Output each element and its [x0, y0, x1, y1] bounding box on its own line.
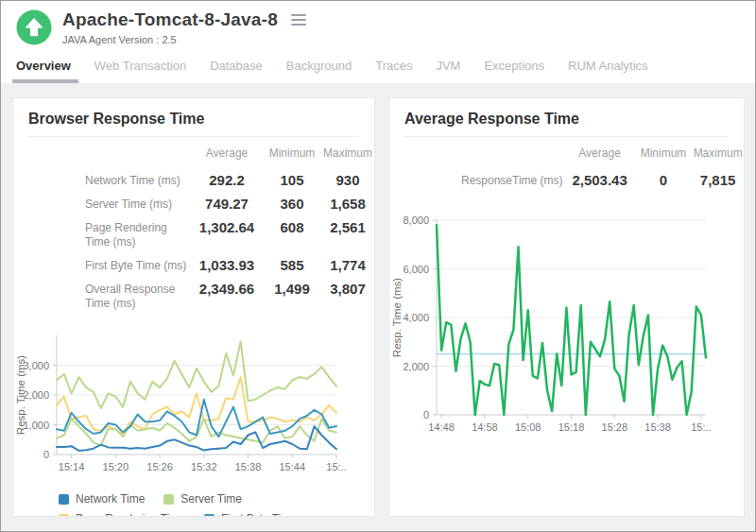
tab-database[interactable]: Database	[210, 51, 263, 83]
row-label: Server Time (ms)	[28, 194, 191, 217]
table-row: ResponseTime (ms) 2,503.43 0 7,815	[404, 170, 744, 194]
legend-swatch	[59, 494, 69, 505]
table-row: Overall Response Time (ms) 2,349.66 1,49…	[28, 279, 374, 317]
cell-average: 749.27	[191, 194, 263, 217]
legend-item-first-byte-time[interactable]: First Byte Time	[204, 512, 297, 517]
legend-item-server-time[interactable]: Server Time	[163, 492, 242, 506]
svg-text:15:38: 15:38	[644, 421, 671, 433]
svg-text:15:..: 15:..	[326, 461, 346, 472]
cell-minimum: 0	[635, 170, 693, 194]
dashboard-content: Browser Response Time . Average Minimum …	[1, 83, 755, 531]
svg-text:Resp. Time (ms): Resp. Time (ms)	[391, 278, 403, 358]
cell-minimum: 105	[263, 170, 321, 194]
tab-overview[interactable]: Overview	[16, 51, 71, 83]
svg-text:15:20: 15:20	[103, 461, 129, 472]
svg-text:15:32: 15:32	[191, 461, 217, 472]
monitor-status-up-icon	[16, 9, 52, 45]
svg-text:3,000: 3,000	[23, 360, 49, 371]
svg-text:15:26: 15:26	[146, 461, 173, 472]
row-label: Overall Response Time (ms)	[28, 279, 191, 317]
panel-title: Browser Response Time	[13, 98, 374, 136]
svg-text:0: 0	[423, 409, 429, 420]
table-header-row: . Average Minimum Maximum	[28, 146, 374, 170]
panel-average-response-time: Average Response Time . Average Minimum …	[388, 97, 745, 517]
cell-average: 292.2	[191, 170, 263, 194]
cell-minimum: 608	[263, 217, 321, 241]
column-header-average: Average	[564, 146, 634, 165]
svg-text:0: 0	[43, 449, 49, 460]
cell-average: 1,033.93	[191, 255, 263, 279]
legend-label: Page Rendering Time	[76, 512, 185, 517]
monitor-header: Apache-Tomcat-8-Java-8 JAVA Agent Versio…	[1, 1, 755, 45]
svg-text:8,000: 8,000	[403, 215, 429, 226]
line-chart: 02,0004,0006,0008,00014:4814:5815:0815:1…	[389, 207, 715, 445]
svg-text:15:28: 15:28	[602, 421, 628, 433]
svg-text:4,000: 4,000	[403, 312, 429, 323]
browser-response-chart: 01,0002,0003,00015:1415:2015:2615:3215:3…	[13, 324, 374, 487]
row-label: Page Rendering Time (ms)	[28, 217, 191, 255]
svg-text:15:44: 15:44	[279, 461, 305, 472]
svg-text:14:58: 14:58	[472, 421, 498, 433]
svg-text:15:..: 15:..	[691, 421, 711, 433]
cell-maximum: 930	[321, 170, 374, 194]
svg-text:15:18: 15:18	[558, 421, 585, 433]
cell-maximum: 1,774	[321, 255, 374, 279]
page: Apache-Tomcat-8-Java-8 JAVA Agent Versio…	[0, 0, 756, 532]
table-row: Server Time (ms) 749.27 360 1,658	[28, 194, 374, 217]
svg-text:2,000: 2,000	[403, 361, 429, 372]
table-row: Network Time (ms) 292.2 105 930	[28, 170, 374, 194]
svg-text:14:48: 14:48	[428, 421, 455, 433]
cell-maximum: 2,561	[321, 217, 374, 241]
tab-rum-analytics[interactable]: RUM Analytics	[568, 51, 648, 83]
legend-label: First Byte Time	[221, 512, 297, 517]
svg-text:15:14: 15:14	[59, 461, 85, 472]
column-header-average: Average	[191, 146, 263, 165]
panel-browser-response-time: Browser Response Time . Average Minimum …	[12, 97, 375, 517]
chart-legend: Network Time Server Time Page Rendering …	[59, 492, 374, 517]
row-label: Network Time (ms)	[28, 170, 191, 194]
legend-swatch	[204, 514, 215, 518]
average-response-stats-table: . Average Minimum Maximum ResponseTime (…	[389, 137, 744, 194]
legend-item-page-rendering-time[interactable]: Page Rendering Time	[59, 512, 185, 517]
table-row: Page Rendering Time (ms) 1,302.64 608 2,…	[28, 217, 374, 255]
panel-title: Average Response Time	[389, 98, 744, 136]
cell-minimum: 360	[263, 194, 321, 217]
legend-item-network-time[interactable]: Network Time	[59, 492, 145, 506]
cell-maximum: 3,807	[321, 279, 374, 302]
agent-version-label: JAVA Agent Version : 2.5	[62, 34, 308, 45]
row-label: First Byte Time (ms)	[28, 255, 191, 279]
cell-average: 2,503.43	[564, 170, 634, 194]
tab-background[interactable]: Background	[286, 51, 352, 83]
cell-maximum: 7,815	[692, 170, 744, 194]
cell-average: 2,349.66	[191, 279, 263, 302]
tab-bar: Overview Web Transaction Database Backgr…	[1, 51, 755, 83]
legend-swatch	[163, 494, 174, 505]
legend-swatch	[59, 514, 69, 518]
average-response-chart: 02,0004,0006,0008,00014:4814:5815:0815:1…	[389, 207, 744, 449]
page-title: Apache-Tomcat-8-Java-8	[62, 9, 278, 30]
column-header-minimum: Minimum	[635, 146, 693, 165]
tab-exceptions[interactable]: Exceptions	[484, 51, 544, 83]
cell-average: 1,302.64	[191, 217, 263, 241]
cell-maximum: 1,658	[321, 194, 374, 217]
row-label: ResponseTime (ms)	[404, 170, 564, 194]
svg-text:15:38: 15:38	[235, 461, 262, 472]
svg-text:1,000: 1,000	[23, 420, 49, 431]
legend-label: Network Time	[76, 492, 145, 506]
tab-jvm[interactable]: JVM	[436, 51, 460, 83]
tab-traces[interactable]: Traces	[375, 51, 412, 83]
cell-minimum: 1,499	[263, 279, 321, 302]
column-header-minimum: Minimum	[263, 146, 321, 165]
column-header-maximum: Maximum	[692, 146, 744, 165]
svg-text:2,000: 2,000	[23, 389, 49, 401]
svg-text:6,000: 6,000	[403, 264, 429, 275]
tab-web-transaction[interactable]: Web Transaction	[94, 51, 186, 83]
table-header-row: . Average Minimum Maximum	[404, 146, 744, 170]
cell-minimum: 585	[263, 255, 321, 279]
svg-text:Resp. Time (ms): Resp. Time (ms)	[15, 355, 26, 436]
browser-response-stats-table: . Average Minimum Maximum Network Time (…	[13, 137, 374, 317]
legend-label: Server Time	[180, 492, 242, 506]
hamburger-menu-icon[interactable]	[289, 9, 308, 30]
table-row: First Byte Time (ms) 1,033.93 585 1,774	[28, 255, 374, 279]
column-header-maximum: Maximum	[321, 146, 374, 165]
